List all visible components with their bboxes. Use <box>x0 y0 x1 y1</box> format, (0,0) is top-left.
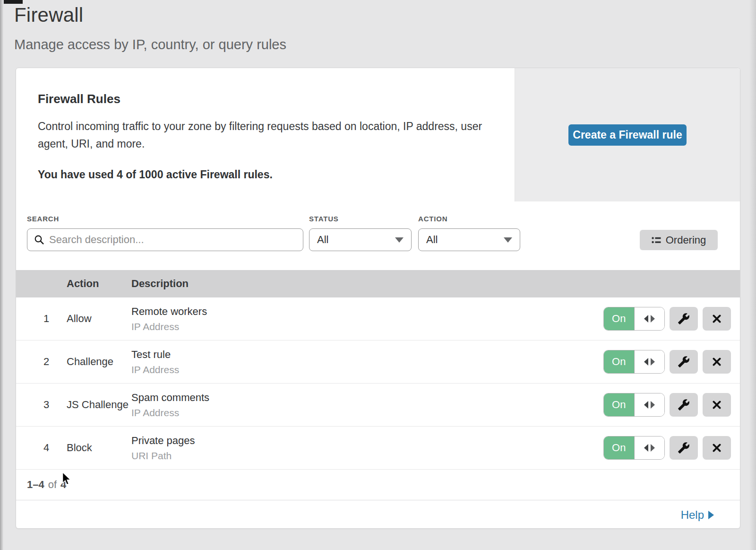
rule-description: Test rule IP Address <box>131 349 603 375</box>
arrow-left-icon <box>644 444 648 452</box>
close-icon <box>712 314 722 324</box>
table-row: 4 Block Private pages URI Path On <box>16 427 740 470</box>
status-select[interactable]: All <box>309 228 412 251</box>
action-label: ACTION <box>418 215 447 223</box>
ordering-button[interactable]: Ordering <box>640 230 718 250</box>
wrench-icon <box>678 313 690 325</box>
toggle-on-segment[interactable]: On <box>604 437 635 459</box>
rule-match-field: URI Path <box>131 450 603 462</box>
rule-description: Spam comments IP Address <box>131 392 603 419</box>
close-icon <box>712 443 722 453</box>
delete-rule-button[interactable] <box>703 307 731 331</box>
toggle-handle[interactable] <box>635 307 665 330</box>
rule-controls: On <box>603 350 731 374</box>
page-header: Firewall Manage access by IP, country, o… <box>0 0 756 52</box>
delete-rule-button[interactable] <box>703 393 731 417</box>
table-row: 2 Challenge Test rule IP Address On <box>16 340 740 384</box>
rule-description: Private pages URI Path <box>131 435 603 462</box>
search-input[interactable] <box>49 234 296 246</box>
chevron-down-icon <box>504 237 512 243</box>
search-label: SEARCH <box>27 215 59 223</box>
edit-rule-button[interactable] <box>670 393 698 417</box>
edit-rule-button[interactable] <box>670 307 698 331</box>
rule-priority: 3 <box>16 399 67 411</box>
create-firewall-rule-button[interactable]: Create a Firewall rule <box>568 124 687 146</box>
action-select[interactable]: All <box>418 228 520 251</box>
help-footer: Help <box>16 500 740 529</box>
toggle-on-segment[interactable]: On <box>604 307 635 330</box>
rule-enabled-toggle[interactable]: On <box>603 436 665 460</box>
window-edge-left <box>0 0 3 550</box>
rule-controls: On <box>603 393 731 417</box>
rule-action: Challenge <box>67 356 131 368</box>
rule-description: Remote workers IP Address <box>131 306 603 332</box>
toggle-handle[interactable] <box>635 350 665 373</box>
ordered-list-icon <box>652 236 661 244</box>
pagination: 1–4 of 4 <box>16 470 740 500</box>
rule-action: Block <box>67 442 131 454</box>
rule-name: Private pages <box>131 435 603 447</box>
arrow-right-icon <box>651 315 655 323</box>
hero-usage-note: You have used 4 of 1000 active Firewall … <box>38 168 496 181</box>
action-select-value: All <box>426 234 438 246</box>
wrench-icon <box>678 399 690 411</box>
hero-description: Control incoming traffic to your zone by… <box>38 118 484 153</box>
wrench-icon <box>678 356 690 368</box>
toggle-on-segment[interactable]: On <box>604 393 635 416</box>
table-row: 3 JS Challenge Spam comments IP Address … <box>16 384 740 427</box>
arrow-left-icon <box>644 358 648 366</box>
rule-name: Test rule <box>131 349 603 361</box>
window-edge-right <box>749 0 756 550</box>
toggle-handle[interactable] <box>635 437 665 459</box>
hero-heading: Firewall Rules <box>38 92 496 106</box>
edit-rule-button[interactable] <box>670 436 698 460</box>
toggle-on-segment[interactable]: On <box>604 350 635 373</box>
rule-name: Spam comments <box>131 392 603 404</box>
arrow-right-icon <box>651 358 655 366</box>
rule-action: JS Challenge <box>67 399 131 411</box>
action-column-header: Action <box>67 278 131 290</box>
delete-rule-button[interactable] <box>703 436 731 460</box>
status-label: STATUS <box>309 215 339 223</box>
pagination-range: 1–4 <box>27 479 44 491</box>
firewall-rules-card: Firewall Rules Control incoming traffic … <box>16 68 740 529</box>
table-row: 1 Allow Remote workers IP Address On <box>16 297 740 340</box>
search-box[interactable] <box>27 228 303 251</box>
rule-priority: 2 <box>16 356 67 368</box>
toggle-handle[interactable] <box>635 393 665 416</box>
page-title: Firewall <box>14 4 756 26</box>
hero-text-block: Firewall Rules Control incoming traffic … <box>16 68 515 201</box>
filters-bar: SEARCH STATUS ACTION All All Ord <box>16 201 740 270</box>
delete-rule-button[interactable] <box>703 350 731 374</box>
rule-action: Allow <box>67 313 131 325</box>
arrow-left-icon <box>644 315 648 323</box>
rule-enabled-toggle[interactable]: On <box>603 393 665 417</box>
help-link[interactable]: Help <box>681 508 714 522</box>
wrench-icon <box>678 442 690 454</box>
window-corner-artifact <box>4 0 23 4</box>
search-icon <box>34 235 44 245</box>
description-column-header: Description <box>131 278 740 290</box>
arrow-right-icon <box>651 444 655 452</box>
hero-section: Firewall Rules Control incoming traffic … <box>16 68 740 201</box>
rule-priority: 1 <box>16 313 67 325</box>
rule-match-field: IP Address <box>131 364 603 375</box>
rule-controls: On <box>603 307 731 331</box>
arrow-right-icon <box>708 511 714 519</box>
pagination-of: of <box>48 479 57 491</box>
rule-match-field: IP Address <box>131 321 603 332</box>
rule-enabled-toggle[interactable]: On <box>603 350 665 374</box>
rule-controls: On <box>603 436 731 460</box>
arrow-right-icon <box>651 401 655 409</box>
page-subtitle: Manage access by IP, country, or query r… <box>14 37 756 52</box>
arrow-left-icon <box>644 401 648 409</box>
rule-priority: 4 <box>16 442 67 454</box>
table-header: Action Description <box>16 270 740 297</box>
ordering-button-label: Ordering <box>666 234 706 246</box>
edit-rule-button[interactable] <box>670 350 698 374</box>
status-select-value: All <box>317 234 328 246</box>
rule-match-field: IP Address <box>131 407 603 419</box>
rule-name: Remote workers <box>131 306 603 318</box>
pagination-total: 4 <box>60 479 66 491</box>
rule-enabled-toggle[interactable]: On <box>603 307 665 331</box>
